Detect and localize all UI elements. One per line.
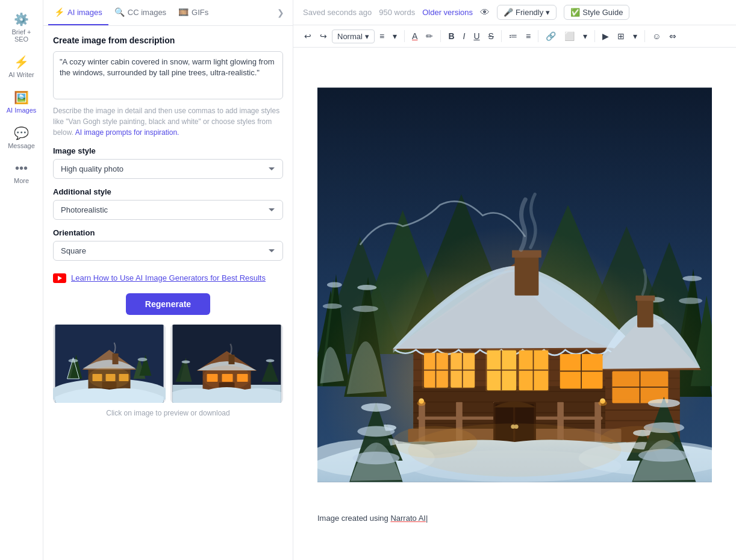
thumbnail-gallery: [53, 325, 283, 403]
highlight-button[interactable]: ✏: [422, 29, 437, 43]
gif-tab-icon: 🎞️: [178, 7, 189, 17]
divider-3: [501, 30, 502, 42]
sidebar-item-more[interactable]: ••• More: [4, 157, 40, 189]
image-insert-button[interactable]: ⬜: [561, 29, 578, 43]
align-chevron-button[interactable]: ▾: [389, 29, 401, 43]
sidebar-content: Create image from description "A cozy wi…: [43, 26, 293, 560]
undo-button[interactable]: ↩: [301, 29, 315, 43]
svg-point-142: [600, 426, 675, 453]
caption-brand: Narrato AI: [390, 514, 426, 523]
style-chevron-icon: ▾: [365, 32, 369, 41]
editor-content[interactable]: Image created using Narrato AI|: [293, 48, 736, 560]
gear-icon: ⚙️: [14, 12, 29, 26]
image-icon: 🖼️: [14, 90, 29, 105]
svg-rect-79: [515, 253, 539, 296]
tone-chevron-icon: ▾: [546, 8, 550, 17]
youtube-icon: [53, 273, 66, 283]
additional-style-label: Additional style: [53, 187, 283, 196]
sidebar-collapse-button[interactable]: ❯: [273, 4, 288, 21]
style-guide-check-icon: ✅: [570, 8, 580, 17]
divider-1: [404, 30, 405, 42]
tone-selector[interactable]: 🎤 Friendly ▾: [497, 5, 557, 20]
bolt-icon: ⚡: [14, 55, 29, 69]
align-button[interactable]: ≡: [376, 29, 388, 43]
bold-button[interactable]: B: [444, 29, 458, 43]
emoji-button[interactable]: ☺: [649, 29, 664, 43]
thumbnail-2[interactable]: [170, 325, 283, 403]
message-icon: 💬: [14, 126, 29, 140]
sidebar-item-ai-images[interactable]: 🖼️ AI Images: [4, 86, 40, 119]
svg-point-134: [357, 426, 395, 437]
image-chevron-button[interactable]: ▾: [579, 29, 591, 43]
tab-gifs[interactable]: 🎞️ GIFs: [172, 0, 214, 25]
text-color-button[interactable]: A: [408, 29, 421, 43]
bolt-tab-icon: ⚡: [54, 7, 64, 17]
tab-ai-images[interactable]: ⚡ AI images: [48, 0, 108, 25]
main-cabin-image: [317, 62, 712, 508]
nav-label-brief-seo: Brief + SEO: [6, 28, 37, 43]
editor-area: Saved seconds ago 950 words Older versio…: [293, 0, 736, 560]
svg-rect-81: [637, 298, 653, 328]
divider-6: [644, 30, 645, 42]
more-format-button[interactable]: ⇔: [666, 29, 680, 43]
tab-ai-images-label: AI images: [67, 8, 102, 17]
svg-point-133: [361, 403, 391, 412]
sidebar-panel: ⚡ AI images 🔍 CC images 🎞️ GIFs ❯ Create…: [43, 0, 293, 560]
format-toolbar: ↩ ↪ Normal ▾ ≡ ▾ A ✏ B I U S ≔ ≡ 🔗 ⬜ ▾ ▶…: [293, 25, 736, 48]
video-link-row: Learn How to Use AI Image Generators for…: [53, 273, 283, 284]
click-hint: Click on image to preview or download: [53, 409, 283, 417]
word-count: 950 words: [379, 8, 415, 17]
preview-button[interactable]: 👁: [480, 7, 490, 18]
image-style-select[interactable]: High quality photo Watercolor Oil painti…: [53, 159, 283, 179]
nav-label-more: More: [14, 177, 29, 184]
svg-point-121: [417, 400, 426, 406]
svg-point-122: [598, 400, 607, 406]
svg-point-135: [352, 452, 399, 464]
mic-icon: 🎤: [504, 8, 513, 17]
regenerate-button[interactable]: Regenerate: [126, 293, 210, 315]
sidebar-item-ai-writer[interactable]: ⚡ AI Writer: [4, 50, 40, 83]
inspiration-link[interactable]: AI image prompts for inspiration.: [75, 128, 179, 137]
search-tab-icon: 🔍: [114, 7, 125, 17]
link-button[interactable]: 🔗: [542, 29, 560, 43]
svg-point-141: [392, 426, 478, 458]
svg-point-24: [266, 359, 275, 362]
redo-button[interactable]: ↪: [316, 29, 331, 43]
thumbnail-1[interactable]: [53, 325, 166, 403]
style-label: Normal: [337, 32, 363, 41]
orientation-select[interactable]: Square Landscape Portrait: [53, 241, 283, 261]
tab-cc-images[interactable]: 🔍 CC images: [108, 0, 172, 25]
underline-button[interactable]: U: [470, 29, 483, 43]
tab-cc-images-label: CC images: [128, 8, 166, 17]
orientation-label: Orientation: [53, 228, 283, 237]
tone-label: Friendly: [516, 8, 543, 17]
style-dropdown[interactable]: Normal ▾: [332, 30, 375, 43]
table-chevron-button[interactable]: ▾: [629, 29, 641, 43]
style-guide-button[interactable]: ✅ Style Guide: [564, 5, 629, 20]
table-button[interactable]: ⊞: [614, 29, 628, 43]
bullet-list-button[interactable]: ≔: [505, 29, 521, 43]
left-navigation: ⚙️ Brief + SEO ⚡ AI Writer 🖼️ AI Images …: [0, 0, 43, 560]
svg-rect-31: [229, 355, 235, 364]
tab-gifs-label: GIFs: [192, 8, 208, 17]
divider-4: [538, 30, 538, 42]
prompt-hint: Describe the image in detail and then us…: [53, 105, 283, 138]
additional-style-select[interactable]: Photorealistic Cinematic Fantasy Minimal: [53, 200, 283, 220]
svg-point-32: [203, 366, 251, 390]
svg-point-137: [648, 399, 680, 407]
prompt-textarea[interactable]: "A cozy winter cabin covered in snow, wa…: [53, 51, 283, 99]
italic-button[interactable]: I: [460, 29, 469, 43]
strikethrough-button[interactable]: S: [485, 29, 497, 43]
svg-rect-80: [512, 250, 541, 257]
numbered-list-button[interactable]: ≡: [522, 29, 534, 43]
video-link[interactable]: Learn How to Use AI Image Generators for…: [71, 273, 266, 284]
sidebar-item-message[interactable]: 💬 Message: [4, 121, 40, 154]
svg-rect-82: [635, 296, 655, 301]
svg-rect-16: [113, 353, 119, 364]
play-button[interactable]: ▶: [599, 29, 613, 43]
sidebar-tabs: ⚡ AI images 🔍 CC images 🎞️ GIFs ❯: [43, 0, 293, 26]
older-versions-button[interactable]: Older versions: [422, 8, 473, 17]
sidebar-item-brief-seo[interactable]: ⚙️ Brief + SEO: [4, 7, 40, 48]
saved-status: Saved seconds ago: [303, 8, 372, 17]
svg-point-17: [89, 367, 131, 388]
